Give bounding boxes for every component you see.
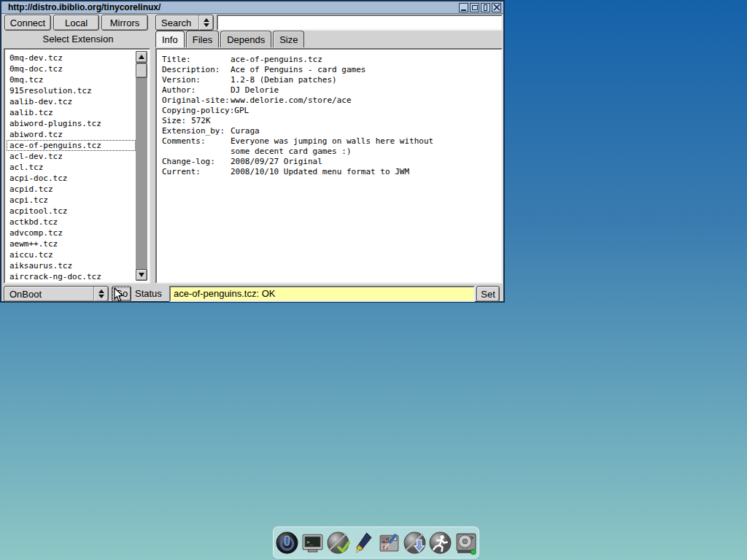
info-row: Description: Ace of Penguins - card game… xyxy=(162,65,498,75)
info-label: Current: xyxy=(162,167,231,177)
tab[interactable]: Files xyxy=(186,31,219,47)
info-row: some decent card games :) xyxy=(162,147,498,157)
list-item[interactable]: 0mq-dev.tcz xyxy=(7,52,136,63)
list-item[interactable]: aalib.tcz xyxy=(7,107,136,118)
status-field[interactable]: ace-of-penguins.tcz: OK xyxy=(169,286,475,302)
info-row: Title: ace-of-penguins.tcz xyxy=(162,55,498,65)
info-row: Current: 2008/10/10 Updated menu format … xyxy=(162,167,498,177)
info-label: Change-log: xyxy=(162,157,231,167)
list-item[interactable]: acpi-doc.tcz xyxy=(7,173,136,184)
info-value: 2008/10/10 Updated menu format to JWM xyxy=(231,167,409,177)
extension-list: 0mq-dev.tcz 0mq-doc.tcz 0mq.tcz 915resol… xyxy=(4,48,150,284)
list-scrollbar[interactable] xyxy=(136,51,147,281)
go-button-label: Go xyxy=(112,287,131,300)
maximize-icon[interactable] xyxy=(470,3,479,12)
info-value: GPL xyxy=(234,106,249,116)
mount-icon[interactable] xyxy=(453,529,478,556)
tab-bar: Info Files Depends Size xyxy=(155,31,306,47)
info-value: 572K xyxy=(191,116,211,126)
list-item[interactable]: 0mq-doc.tcz xyxy=(7,63,136,74)
onboot-dropdown[interactable]: OnBoot xyxy=(4,286,109,302)
info-value: Curaga xyxy=(231,126,260,136)
scroll-up-icon[interactable] xyxy=(136,51,147,63)
svg-text:>_: >_ xyxy=(306,538,313,545)
info-row: Size: 572K xyxy=(162,116,498,126)
list-item[interactable]: acpi.tcz xyxy=(7,195,136,206)
list-item[interactable]: aewm++.tcz xyxy=(7,238,136,249)
run-icon[interactable] xyxy=(427,529,452,556)
list-item[interactable]: aalib-dev.tcz xyxy=(7,96,136,107)
shade-icon[interactable] xyxy=(481,3,490,12)
set-button[interactable]: Set xyxy=(476,286,500,302)
list-item[interactable]: actkbd.tcz xyxy=(7,217,136,228)
power-icon[interactable] xyxy=(274,529,299,556)
list-item[interactable]: abiword.tcz xyxy=(7,129,136,140)
control-panel-icon[interactable] xyxy=(376,529,401,556)
paint-icon[interactable] xyxy=(351,529,376,556)
close-icon[interactable] xyxy=(492,3,501,12)
list-item[interactable]: acl-dev.tcz xyxy=(7,151,136,162)
list-item[interactable]: advcomp.tcz xyxy=(7,228,136,238)
list-item[interactable]: abiword-plugins.tcz xyxy=(7,118,136,129)
scroll-down-icon[interactable] xyxy=(136,269,147,281)
apps-download-icon[interactable] xyxy=(402,529,427,556)
search-dropdown-value: Search xyxy=(156,18,198,28)
info-row: Author: DJ Delorie xyxy=(162,85,498,96)
info-label: Title: xyxy=(162,55,231,65)
list-item[interactable]: acpid.tcz xyxy=(7,184,136,195)
list-item[interactable]: 915resolution.tcz xyxy=(7,85,136,96)
info-label: Original-site: xyxy=(162,96,231,106)
info-label: Copying-policy: xyxy=(162,106,234,116)
info-label: Extension_by: xyxy=(162,126,231,136)
info-value: some decent card games :) xyxy=(231,147,352,157)
tab[interactable]: Info xyxy=(155,31,185,47)
updown-arrows-icon xyxy=(198,15,213,30)
info-value: www.delorie.com/store/ace xyxy=(231,96,352,106)
desktop-background: http://distro.ibiblio.org/tinycorelinux/… xyxy=(0,0,747,560)
info-label: Comments: xyxy=(162,136,231,147)
window-controls xyxy=(459,3,501,12)
info-label: Size: xyxy=(162,116,186,126)
minimize-icon[interactable] xyxy=(459,3,468,12)
info-value: 2008/09/27 Original xyxy=(231,157,322,167)
mirrors-button[interactable]: Mirrors xyxy=(101,15,148,31)
info-label xyxy=(162,147,231,157)
list-item[interactable]: aiccu.tcz xyxy=(7,249,136,260)
search-dropdown[interactable]: Search xyxy=(155,15,214,31)
info-row: Copying-policy: GPL xyxy=(162,106,498,116)
info-row: Change-log: 2008/09/27 Original xyxy=(162,157,498,167)
info-row: Original-site: www.delorie.com/store/ace xyxy=(162,96,498,106)
list-item[interactable]: acl.tcz xyxy=(7,162,136,173)
info-value: 1.2-8 (Debian patches) xyxy=(231,75,337,85)
list-item[interactable]: aircrack-ng-doc.tcz xyxy=(7,271,136,281)
info-label: Description: xyxy=(162,65,231,75)
window-title: http://distro.ibiblio.org/tinycorelinux/ xyxy=(8,2,160,12)
info-rows: Title: ace-of-penguins.tcz Description: … xyxy=(162,55,498,177)
info-row: Comments: Everyone was jumping on walls … xyxy=(162,136,498,147)
connect-button[interactable]: Connect xyxy=(4,15,51,31)
search-input[interactable] xyxy=(217,15,503,31)
info-value: Ace of Penguins - card games xyxy=(231,65,365,75)
terminal-icon[interactable]: >_ xyxy=(300,529,325,556)
info-value: DJ Delorie xyxy=(231,85,279,96)
updown-arrows-icon xyxy=(93,287,108,301)
tab[interactable]: Depends xyxy=(220,31,271,47)
onboot-dropdown-value: OnBoot xyxy=(4,289,93,300)
info-label: Version: xyxy=(162,75,231,85)
info-row: Extension_by: Curaga xyxy=(162,126,498,136)
list-item[interactable]: 0mq.tcz xyxy=(7,74,136,85)
info-value: ace-of-penguins.tcz xyxy=(231,55,322,65)
scrollbar-thumb[interactable] xyxy=(136,63,147,78)
info-panel: Title: ace-of-penguins.tcz Description: … xyxy=(155,48,503,284)
bottom-bar: OnBoot Go Status ace-of-penguins.tcz: OK… xyxy=(1,286,503,303)
tab[interactable]: Size xyxy=(273,31,304,47)
go-button[interactable]: Go xyxy=(112,286,131,302)
list-item[interactable]: aiksaurus.tcz xyxy=(7,260,136,271)
local-button[interactable]: Local xyxy=(53,15,99,31)
title-bar[interactable]: http://distro.ibiblio.org/tinycorelinux/ xyxy=(1,1,503,14)
status-label: Status xyxy=(135,288,162,299)
appbrowser-window: http://distro.ibiblio.org/tinycorelinux/… xyxy=(0,0,505,303)
apps-check-icon[interactable] xyxy=(325,529,350,556)
list-item[interactable]: ace-of-penguins.tcz xyxy=(7,140,136,151)
list-item[interactable]: acpitool.tcz xyxy=(7,206,136,217)
